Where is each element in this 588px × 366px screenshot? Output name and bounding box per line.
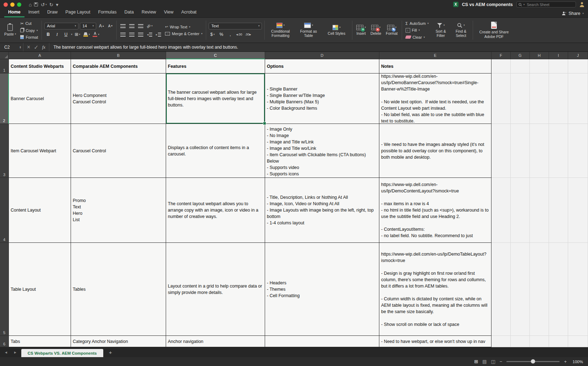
search-input[interactable]	[526, 2, 574, 7]
font-size-select[interactable]: 14▾	[80, 23, 96, 29]
format-as-table-button[interactable]: ▾ Format as Table	[295, 22, 322, 38]
tab-view[interactable]: View	[160, 9, 177, 17]
adobe-pdf-button[interactable]: Create and Share Adobe PDF	[476, 21, 512, 39]
cell-B4[interactable]: Promo Text Hero List	[71, 178, 166, 243]
cell-I5[interactable]	[549, 243, 568, 336]
fill-color-button[interactable]: ▾	[83, 31, 91, 38]
cell-J5[interactable]	[568, 243, 588, 336]
cell-G6[interactable]	[511, 336, 530, 347]
search-box[interactable]: ▾	[516, 1, 576, 7]
align-right-button[interactable]	[137, 31, 144, 38]
cell-J3[interactable]	[568, 124, 588, 178]
align-left-button[interactable]	[119, 31, 127, 38]
close-window-button[interactable]	[4, 2, 8, 7]
cell-B3[interactable]: Carousel Control	[71, 124, 166, 178]
number-format-select[interactable]: Text▾	[209, 23, 262, 29]
account-avatar[interactable]	[579, 2, 584, 7]
column-header-H[interactable]: H	[530, 52, 549, 59]
conditional-formatting-button[interactable]: ▾ Conditional Formatting	[267, 22, 293, 38]
cell-G3[interactable]	[511, 124, 530, 178]
fill-button[interactable]: ↓Fill▾	[405, 28, 430, 33]
insert-cells-button[interactable]: +▾ Insert	[355, 24, 367, 36]
name-box-stepper[interactable]: ▴▾	[20, 46, 21, 49]
cell-styles-button[interactable]: ▾ Cell Styles	[323, 24, 350, 36]
column-header-I[interactable]: I	[549, 52, 568, 59]
copy-button[interactable]: Copy▾	[19, 28, 39, 33]
undo-button[interactable]: ↺▾	[40, 2, 46, 7]
decrease-decimal-button[interactable]: .00▸	[244, 31, 252, 38]
tab-data[interactable]: Data	[120, 9, 137, 17]
row-header-5[interactable]: 5	[0, 243, 9, 336]
cell-C2-selected[interactable]: The banner carousel webpart allows for l…	[166, 73, 265, 124]
cancel-entry-button[interactable]: ×	[27, 44, 30, 50]
cell-F4[interactable]	[491, 178, 511, 243]
zoom-slider-thumb[interactable]	[531, 359, 535, 364]
tab-home[interactable]: Home	[4, 9, 24, 17]
cell-A2[interactable]: Banner Carousel	[9, 73, 71, 124]
cell-B2[interactable]: Hero Component Carousel Control	[71, 73, 166, 124]
cell-F6[interactable]	[491, 336, 511, 347]
cell-A4[interactable]: Content Layout	[9, 178, 71, 243]
cell-J1[interactable]	[568, 59, 588, 73]
cell-I4[interactable]	[549, 178, 568, 243]
customize-toolbar-caret-icon[interactable]: ▾	[56, 2, 58, 7]
cell-D5[interactable]: - Headers - Themes - Cell Formatting	[265, 243, 379, 336]
cell-G2[interactable]	[511, 73, 530, 124]
cell-H5[interactable]	[530, 243, 549, 336]
cell-B1[interactable]: Comparable AEM Components	[71, 59, 166, 73]
tab-draw[interactable]: Draw	[43, 9, 61, 17]
cell-J2[interactable]	[568, 73, 588, 124]
row-header-6[interactable]: 6	[0, 336, 9, 347]
column-header-D[interactable]: D	[265, 52, 379, 59]
cell-C5[interactable]: Layout content in a grid to help compare…	[166, 243, 265, 336]
cell-E2[interactable]: https://www-wip.dell.com/en-us/lp/DemoBa…	[379, 73, 491, 124]
column-header-F[interactable]: F	[491, 52, 511, 59]
cell-H3[interactable]	[530, 124, 549, 178]
sheet-tab-active[interactable]: CS Webparts VS. AEM Components	[21, 349, 103, 357]
minimize-window-button[interactable]	[10, 2, 15, 7]
font-name-select[interactable]: Arial▾	[44, 23, 78, 29]
cell-C4[interactable]: The content layout webpart allows you to…	[166, 178, 265, 243]
cell-D2[interactable]: - Single Banner - Single Banner w/Title …	[265, 73, 379, 124]
cell-J6[interactable]	[568, 336, 588, 347]
cell-G4[interactable]	[511, 178, 530, 243]
insert-function-button[interactable]: fx	[42, 45, 45, 50]
cell-G5[interactable]	[511, 243, 530, 336]
find-select-button[interactable]: ▾ Find & Select	[452, 22, 470, 38]
bold-button[interactable]: B	[44, 31, 52, 38]
redo-button[interactable]: ↻	[49, 2, 54, 7]
text-orientation-button[interactable]: ab▾	[146, 23, 153, 29]
column-header-C[interactable]: C	[166, 52, 265, 59]
cell-J4[interactable]	[568, 178, 588, 243]
row-header-3[interactable]: 3	[0, 124, 9, 178]
home-icon[interactable]: ⌂	[29, 2, 32, 7]
column-header-E[interactable]: E	[379, 52, 491, 59]
cell-D1[interactable]: Options	[265, 59, 379, 73]
format-painter-button[interactable]: Format	[19, 35, 39, 40]
page-break-view-button[interactable]: ◫	[491, 359, 495, 364]
cell-C3[interactable]: Displays a collection of content items i…	[166, 124, 265, 178]
cell-I3[interactable]	[549, 124, 568, 178]
align-middle-button[interactable]	[128, 23, 136, 29]
zoom-out-button[interactable]: −	[500, 359, 502, 364]
formula-input[interactable]: The banner carousel webpart allows for l…	[49, 45, 588, 50]
tab-page-layout[interactable]: Page Layout	[61, 9, 94, 17]
delete-cells-button[interactable]: ×▾ Delete	[369, 24, 383, 36]
cell-A6[interactable]: Tabs	[9, 336, 71, 347]
sort-filter-button[interactable]: ▾ Sort & Filter	[432, 22, 450, 38]
cell-F1[interactable]	[491, 59, 511, 73]
cell-E3[interactable]: - We need to have the images already sty…	[379, 124, 491, 178]
cell-B6[interactable]: Category Anchor Navigation	[71, 336, 166, 347]
prev-sheet-button[interactable]: ◄	[3, 350, 9, 355]
name-box[interactable]: C2 ▴▾	[0, 43, 23, 51]
cell-G1[interactable]	[511, 59, 530, 73]
decrease-indent-button[interactable]: ◂	[146, 31, 153, 38]
increase-font-size-button[interactable]: A▴	[98, 23, 105, 29]
cell-H2[interactable]	[530, 73, 549, 124]
select-all-corner[interactable]	[0, 52, 9, 59]
cell-A3[interactable]: Item Carousel Webpart	[9, 124, 71, 178]
row-header-1[interactable]: 1	[0, 59, 9, 73]
column-header-B[interactable]: B	[71, 52, 166, 59]
normal-view-button[interactable]: ⊞	[474, 359, 478, 364]
format-cells-button[interactable]: ✎▾ Format	[384, 24, 399, 36]
